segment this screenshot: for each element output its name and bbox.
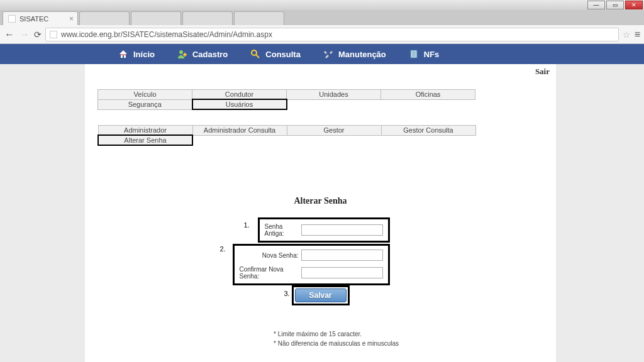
nav-nfs[interactable]: NFs [397,44,451,64]
change-password-form: 1. 2. 3. Senha Antiga: Nova Senha: Conf [239,217,402,305]
forward-button[interactable]: → [19,29,30,40]
annotation-1: 1. [244,221,250,229]
new-password-input[interactable] [301,250,383,261]
annotation-3: 3. [284,290,290,297]
main-content: Sair Veículo Condutor Unidades Oficinas … [85,64,556,362]
browser-tab-active[interactable]: SISATEC × [3,11,78,25]
page-favicon [8,15,16,23]
svg-point-0 [179,50,183,54]
save-button[interactable]: Salvar [295,288,347,302]
document-icon [409,49,419,59]
browser-tab-title: SISATEC [19,15,48,23]
form-title: Alterar Senha [97,196,543,206]
tab-administrador[interactable]: Administrador [98,126,192,136]
tab-gestor-consulta[interactable]: Gestor Consulta [381,126,475,136]
browser-tab-inactive[interactable] [79,11,130,25]
tab-usuarios[interactable]: Usuários [192,99,287,109]
old-password-label: Senha Antiga: [265,223,299,237]
confirm-password-label: Confirmar Nova Senha: [240,266,299,280]
nav-manutencao[interactable]: Manutenção [312,44,397,64]
nav-label: Início [133,50,155,59]
footnote-line: * Limite máximo de 15 caracter. [274,331,543,337]
reload-button[interactable]: ⟳ [34,30,42,40]
tab-oficinas[interactable]: Oficinas [381,90,475,100]
old-password-box: Senha Antiga: [258,217,390,243]
confirm-password-input[interactable] [301,267,383,278]
tab-veiculo[interactable]: Veículo [98,90,192,100]
user-add-icon [177,49,187,59]
nav-label: Manutenção [338,50,386,59]
window-titlebar: — ▭ ✕ [0,0,644,10]
browser-tab-inactive[interactable] [182,11,233,25]
browser-tab-inactive[interactable] [131,11,181,25]
bookmark-star-icon[interactable]: ☆ [623,30,631,40]
new-password-label: Nova Senha: [262,252,299,259]
logout-link[interactable]: Sair [535,67,550,77]
nav-consulta[interactable]: Consulta [239,44,312,64]
nav-label: Cadastro [192,50,228,59]
svg-point-1 [252,50,257,55]
browser-nav-toolbar: ← → ⟳ www.icode.eng.br/SISATEC/sistemaSi… [0,25,644,44]
footnotes: * Limite máximo de 15 caracter. * Não di… [274,331,543,347]
category-tabs: Veículo Condutor Unidades Oficinas Segur… [97,89,475,110]
main-nav-bar: Início Cadastro Consulta Manutenção NFs [0,44,644,64]
nav-label: NFs [424,50,440,59]
search-icon [250,49,260,59]
window-maximize-button[interactable]: ▭ [606,1,624,9]
left-gutter [0,64,85,362]
url-text: www.icode.eng.br/SISATEC/sistemaSisatec/… [61,30,272,39]
browser-tab-inactive[interactable] [234,11,284,25]
new-password-box: Nova Senha: Confirmar Nova Senha: [233,244,390,285]
old-password-input[interactable] [301,224,383,236]
tab-gestor[interactable]: Gestor [287,126,381,136]
window-close-button[interactable]: ✕ [625,1,643,9]
tools-icon [323,49,333,59]
window-minimize-button[interactable]: — [587,1,605,9]
save-button-box: Salvar [292,285,350,305]
tab-seguranca[interactable]: Segurança [98,99,192,109]
nav-label: Consulta [265,50,301,59]
subcategory-tabs: Administrador Administrador Consulta Ges… [97,125,476,146]
tab-alterar-senha[interactable]: Alterar Senha [98,135,192,145]
site-info-icon[interactable] [50,31,57,38]
browser-menu-icon[interactable]: ≡ [635,29,640,40]
footnote-line: * Não diferencia de maiusculas e minuscu… [274,340,543,347]
home-icon [118,49,128,59]
page-body: Início Cadastro Consulta Manutenção NFs [0,44,644,362]
right-gutter [556,64,644,362]
nav-inicio[interactable]: Início [107,44,166,64]
nav-cadastro[interactable]: Cadastro [166,44,239,64]
tab-administrador-consulta[interactable]: Administrador Consulta [192,126,287,136]
back-button[interactable]: ← [4,29,15,40]
close-tab-icon[interactable]: × [69,14,74,23]
address-bar[interactable]: www.icode.eng.br/SISATEC/sistemaSisatec/… [45,28,619,41]
browser-tab-strip: SISATEC × [0,10,644,25]
annotation-2: 2. [220,245,226,253]
tab-condutor[interactable]: Condutor [192,90,287,100]
tab-unidades[interactable]: Unidades [287,90,381,100]
